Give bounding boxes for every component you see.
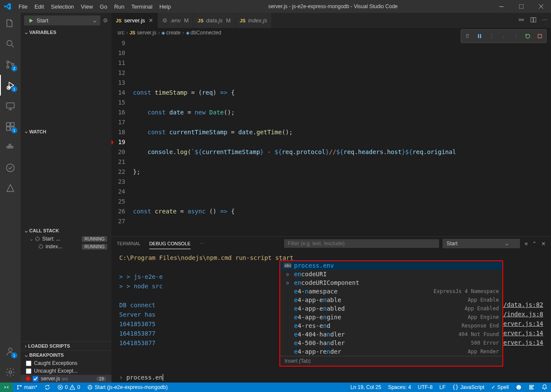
menu-file[interactable]: File xyxy=(15,1,31,12)
modified-indicator: M xyxy=(184,17,189,24)
minimize-button[interactable] xyxy=(492,0,511,13)
activity-azure[interactable] xyxy=(0,178,21,199)
sync-button[interactable] xyxy=(41,384,54,390)
bp-line-badge: 19 xyxy=(96,377,106,381)
split-icon[interactable] xyxy=(530,16,537,25)
menu-edit[interactable]: Edit xyxy=(31,1,47,12)
activity-settings[interactable] xyxy=(0,362,21,383)
language-mode[interactable]: {} JavaScript xyxy=(449,384,488,390)
restart-icon[interactable] xyxy=(523,31,532,41)
tab-data-js[interactable]: JSdata.jsM xyxy=(193,13,235,28)
svg-point-2 xyxy=(7,40,12,46)
tab-index-js[interactable]: JSindex.js xyxy=(235,13,272,28)
js-icon: JS xyxy=(198,18,203,23)
svg-point-41 xyxy=(91,388,91,388)
ac-item[interactable]: e4-app-engineApp Engine xyxy=(280,313,502,321)
ac-item[interactable]: e4-namespaceExpressJs 4 Namespace xyxy=(280,287,502,296)
activity-explorer[interactable] xyxy=(0,13,21,34)
section-watch[interactable]: ⌵WATCH xyxy=(21,127,111,136)
ac-item[interactable]: e4-500-handler500 Error xyxy=(280,339,502,347)
filter-icon[interactable]: ≡ xyxy=(524,241,528,247)
callstack-item[interactable]: index... RUNNING xyxy=(21,243,111,250)
eol[interactable]: LF xyxy=(436,384,449,390)
console-filter-input[interactable] xyxy=(284,239,439,248)
ac-item[interactable]: e4-app-enableApp Enable xyxy=(280,296,502,304)
menu-selection[interactable]: Selection xyxy=(47,1,77,12)
gear-icon[interactable]: ⚙ xyxy=(103,17,108,24)
prettier-icon[interactable] xyxy=(525,384,538,390)
maximize-button[interactable] xyxy=(511,0,531,13)
menu-go[interactable]: Go xyxy=(96,1,111,12)
running-badge: RUNNING xyxy=(82,244,107,250)
window-title: server.js - js-e2e-express-mongodb - Vis… xyxy=(174,3,492,9)
problems-indicator[interactable]: 0 0 xyxy=(54,384,84,390)
ac-item[interactable]: e4-res-endResponse End xyxy=(280,321,502,330)
stop-icon[interactable] xyxy=(535,31,545,41)
drag-handle-icon[interactable]: ⠿ xyxy=(463,31,472,41)
panel-more[interactable]: ⋯ xyxy=(199,238,204,249)
start-label: Start xyxy=(37,17,48,24)
code-editor[interactable]: 9101112131415161718192021222324252627 co… xyxy=(111,37,551,236)
close-icon[interactable]: ✕ xyxy=(541,241,546,247)
panel-tab-debug-console[interactable]: DEBUG CONSOLE xyxy=(149,238,191,249)
feedback-icon[interactable] xyxy=(512,384,525,390)
section-variables[interactable]: ⌵VARIABLES xyxy=(21,28,111,37)
console-session-select[interactable]: Start⌵ xyxy=(443,239,520,248)
debug-session-label[interactable]: Start (js-e2e-express-mongodb) xyxy=(84,384,171,390)
indentation[interactable]: Spaces: 4 xyxy=(384,384,414,390)
compare-icon[interactable] xyxy=(518,16,525,25)
activity-remote[interactable] xyxy=(0,96,21,116)
bp-uncaught[interactable]: Uncaught Except... xyxy=(21,367,111,375)
ac-item[interactable]: e4-app-enabledApp Enabled xyxy=(280,304,502,313)
activity-scm[interactable]: 2 xyxy=(0,54,21,75)
ac-item[interactable]: ◇encodeURI xyxy=(280,270,502,278)
ac-item[interactable]: abcprocess.env xyxy=(280,261,502,270)
menu-help[interactable]: Help xyxy=(156,1,174,12)
callstack-item[interactable]: ⌵ Start: ... RUNNING xyxy=(21,235,111,243)
menu-terminal[interactable]: Terminal xyxy=(128,1,156,12)
step-out-icon[interactable]: ↑ xyxy=(511,31,520,41)
remote-indicator[interactable] xyxy=(0,383,13,392)
chevron-up-icon[interactable]: ⌃ xyxy=(532,241,537,247)
git-branch[interactable]: main* xyxy=(13,384,41,390)
close-icon[interactable]: ✕ xyxy=(149,17,153,24)
text-icon: abc xyxy=(284,263,291,268)
bp-caught[interactable]: Caught Exceptions xyxy=(21,359,111,367)
activity-testing[interactable] xyxy=(0,157,21,178)
ac-item[interactable]: ◇encodeURIComponent xyxy=(280,278,502,287)
tab-env[interactable]: ⚙.envM xyxy=(158,13,193,28)
notifications-icon[interactable] xyxy=(538,384,551,390)
repl-input[interactable]: › process.en xyxy=(111,372,551,383)
bp-checkbox[interactable] xyxy=(26,361,31,366)
section-loaded-scripts[interactable]: ›LOADED SCRIPTS xyxy=(21,341,111,350)
tab-server-js[interactable]: JSserver.js✕ xyxy=(111,13,158,28)
activity-search[interactable] xyxy=(0,34,21,54)
ac-item[interactable]: e4-404-handler404 Not Found xyxy=(280,330,502,339)
panel-tab-terminal[interactable]: TERMINAL xyxy=(117,238,141,249)
section-breakpoints[interactable]: ⌵BREAKPOINTS xyxy=(21,350,111,359)
activity-extensions[interactable]: 1 xyxy=(0,116,21,137)
close-button[interactable] xyxy=(531,0,551,13)
more-icon[interactable]: ⋯ xyxy=(542,16,548,25)
activity-account[interactable]: 1 xyxy=(0,341,21,362)
ac-item[interactable]: e4-app-renderApp Render xyxy=(280,347,502,356)
menu-view[interactable]: View xyxy=(77,1,96,12)
bp-checkbox[interactable] xyxy=(26,368,31,374)
bp-file[interactable]: server.jssrc19 xyxy=(21,375,111,383)
step-into-icon[interactable]: ↓ xyxy=(499,31,508,41)
step-over-icon[interactable]: ⤵ xyxy=(487,31,496,41)
cursor-position[interactable]: Ln 19, Col 25 xyxy=(347,384,384,390)
spell-check[interactable]: ✓ Spell xyxy=(488,384,512,390)
debug-toolbar: ⠿ ⤵ ↓ ↑ xyxy=(461,29,547,43)
pause-icon[interactable] xyxy=(475,31,484,41)
debug-start-dropdown[interactable]: Start ⌵ xyxy=(24,15,100,25)
minimap[interactable] xyxy=(508,68,551,236)
svg-point-21 xyxy=(36,239,37,240)
menu-run[interactable]: Run xyxy=(111,1,128,12)
encoding[interactable]: UTF-8 xyxy=(415,384,436,390)
svg-point-16 xyxy=(6,164,14,172)
activity-docker[interactable] xyxy=(0,137,21,157)
section-callstack[interactable]: ⌵CALL STACK xyxy=(21,226,111,235)
bp-checkbox[interactable] xyxy=(33,376,38,382)
activity-debug[interactable]: 1 xyxy=(0,75,21,96)
